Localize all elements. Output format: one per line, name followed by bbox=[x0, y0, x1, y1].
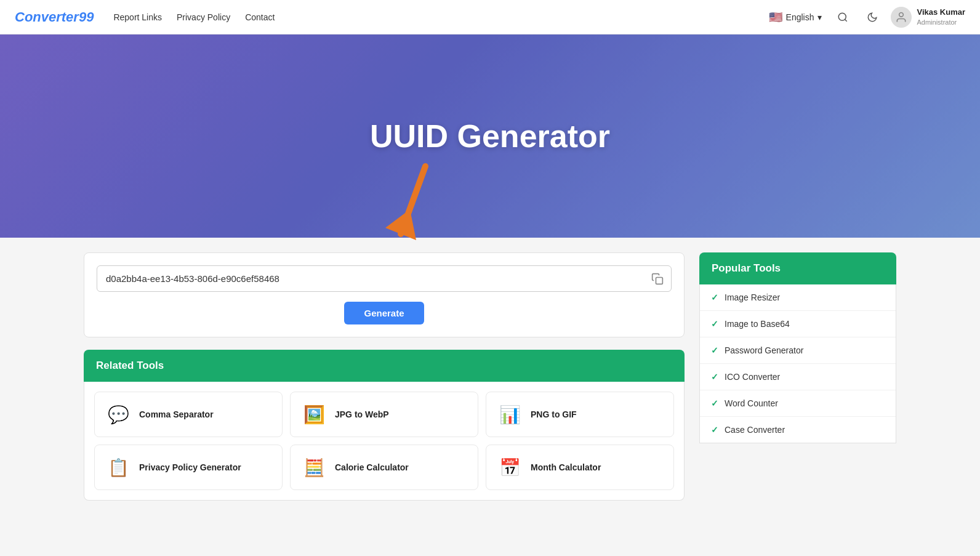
flag-icon: 🇺🇸 bbox=[769, 10, 782, 24]
uuid-box: Generate bbox=[84, 252, 685, 337]
sidebar-tool-name: Image Resizer bbox=[725, 292, 780, 302]
nav-privacy-policy[interactable]: Privacy Policy bbox=[177, 12, 230, 22]
generate-row: Generate bbox=[97, 302, 672, 324]
tool-name-month-calc: Month Calculator bbox=[531, 462, 601, 472]
svg-point-2 bbox=[899, 12, 904, 17]
language-selector[interactable]: 🇺🇸 English ▾ bbox=[769, 10, 822, 24]
tool-card-month-calc[interactable]: 📅 Month Calculator bbox=[486, 445, 674, 490]
sidebar-tool-name: Password Generator bbox=[725, 345, 803, 355]
svg-line-1 bbox=[845, 19, 847, 21]
sidebar-item-password-gen[interactable]: ✓ Password Generator bbox=[700, 337, 896, 364]
nav-links: Report Links Privacy Policy Contact bbox=[113, 12, 768, 22]
svg-rect-5 bbox=[656, 277, 663, 284]
related-tools-section: Related Tools 💬 Comma Separator 🖼️ JPG t… bbox=[84, 350, 685, 501]
uuid-input-row bbox=[97, 265, 672, 292]
sidebar-item-case-converter[interactable]: ✓ Case Converter bbox=[700, 417, 896, 443]
chevron-down-icon: ▾ bbox=[817, 12, 822, 22]
avatar bbox=[891, 7, 912, 28]
calorie-calc-icon: 🧮 bbox=[300, 454, 327, 481]
nav-report-links[interactable]: Report Links bbox=[113, 12, 162, 22]
related-tools-header: Related Tools bbox=[84, 350, 685, 382]
comma-separator-icon: 💬 bbox=[105, 401, 132, 428]
tool-name-jpg-webp: JPG to WebP bbox=[335, 409, 389, 419]
main-layout: Generate Related Tools 💬 Comma Separator… bbox=[59, 238, 921, 515]
navbar-icons: Vikas Kumar Administrator bbox=[832, 6, 965, 28]
tool-card-jpg-webp[interactable]: 🖼️ JPG to WebP bbox=[290, 392, 478, 437]
search-button[interactable] bbox=[832, 6, 854, 28]
logo-text: Converter bbox=[15, 9, 79, 25]
navbar: Converter99 Report Links Privacy Policy … bbox=[0, 0, 980, 34]
sidebar-item-image-base64[interactable]: ✓ Image to Base64 bbox=[700, 311, 896, 337]
check-icon: ✓ bbox=[711, 398, 718, 408]
sidebar-item-image-resizer[interactable]: ✓ Image Resizer bbox=[700, 284, 896, 311]
logo-num: 99 bbox=[79, 9, 94, 25]
sidebar-tool-name: ICO Converter bbox=[725, 372, 780, 382]
check-icon: ✓ bbox=[711, 345, 718, 355]
tool-name-png-gif: PNG to GIF bbox=[531, 409, 577, 419]
popular-tools-header: Popular Tools bbox=[699, 252, 896, 284]
tool-card-privacy-policy[interactable]: 📋 Privacy Policy Generator bbox=[94, 445, 283, 490]
sidebar-tool-name: Case Converter bbox=[725, 425, 785, 435]
popular-tools-list: ✓ Image Resizer ✓ Image to Base64 ✓ Pass… bbox=[699, 284, 896, 443]
jpg-webp-icon: 🖼️ bbox=[300, 401, 327, 428]
tool-card-png-gif[interactable]: 📊 PNG to GIF bbox=[486, 392, 674, 437]
content-area: Generate Related Tools 💬 Comma Separator… bbox=[84, 252, 685, 501]
moon-icon bbox=[867, 12, 878, 23]
sidebar-item-word-counter[interactable]: ✓ Word Counter bbox=[700, 390, 896, 417]
hero-section: UUID Generator bbox=[0, 34, 980, 238]
sidebar-tool-name: Image to Base64 bbox=[725, 319, 790, 329]
user-info: Vikas Kumar Administrator bbox=[917, 7, 965, 26]
copy-icon bbox=[651, 273, 664, 285]
png-gif-icon: 📊 bbox=[496, 401, 523, 428]
tools-grid: 💬 Comma Separator 🖼️ JPG to WebP 📊 PNG t… bbox=[84, 382, 685, 501]
tool-name-calorie-calc: Calorie Calculator bbox=[335, 462, 409, 472]
svg-point-0 bbox=[839, 13, 846, 20]
user-role: Administrator bbox=[917, 18, 965, 26]
search-icon bbox=[837, 12, 848, 23]
site-logo[interactable]: Converter99 bbox=[15, 9, 94, 25]
hero-title: UUID Generator bbox=[370, 118, 610, 155]
nav-contact[interactable]: Contact bbox=[245, 12, 275, 22]
tool-name-privacy-policy: Privacy Policy Generator bbox=[139, 462, 241, 472]
sidebar: Popular Tools ✓ Image Resizer ✓ Image to… bbox=[699, 252, 896, 501]
user-name: Vikas Kumar bbox=[917, 7, 965, 18]
check-icon: ✓ bbox=[711, 372, 718, 382]
check-icon: ✓ bbox=[711, 292, 718, 302]
generate-button[interactable]: Generate bbox=[344, 302, 424, 324]
check-icon: ✓ bbox=[711, 319, 718, 329]
lang-label: English bbox=[786, 12, 814, 22]
month-calc-icon: 📅 bbox=[496, 454, 523, 481]
dark-mode-button[interactable] bbox=[861, 6, 883, 28]
check-icon: ✓ bbox=[711, 425, 718, 435]
user-menu[interactable]: Vikas Kumar Administrator bbox=[891, 7, 965, 28]
tool-name-comma-separator: Comma Separator bbox=[139, 409, 214, 419]
sidebar-tool-name: Word Counter bbox=[725, 398, 778, 408]
uuid-input[interactable] bbox=[97, 266, 644, 291]
tool-card-comma-separator[interactable]: 💬 Comma Separator bbox=[94, 392, 283, 437]
copy-button[interactable] bbox=[644, 267, 671, 291]
privacy-policy-icon: 📋 bbox=[105, 454, 132, 481]
sidebar-item-ico-converter[interactable]: ✓ ICO Converter bbox=[700, 364, 896, 390]
tool-card-calorie-calc[interactable]: 🧮 Calorie Calculator bbox=[290, 445, 478, 490]
